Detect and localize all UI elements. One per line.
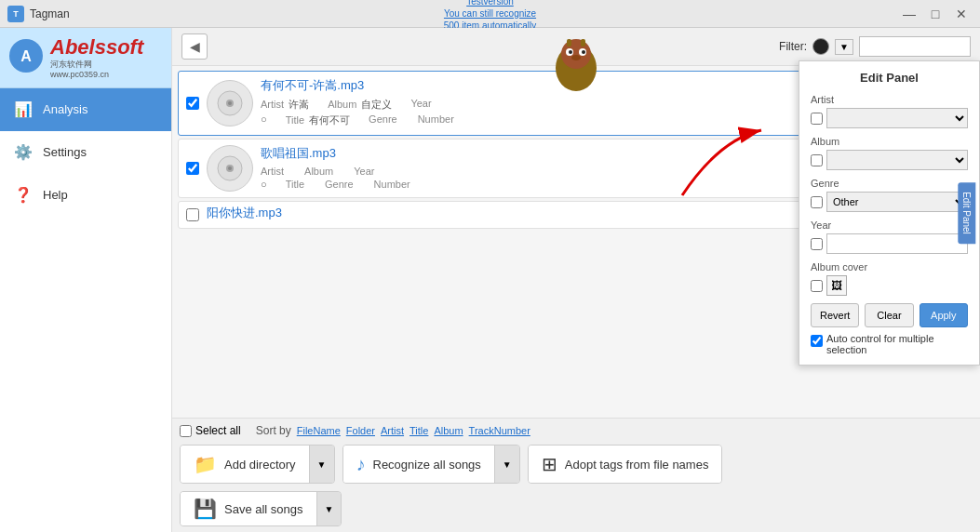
auto-control-checkbox[interactable]	[811, 335, 823, 347]
second-row: 💾 Save all songs ▼	[180, 491, 973, 526]
close-button[interactable]: ✕	[950, 5, 973, 23]
edit-album-select[interactable]	[826, 150, 968, 170]
song-checkbox-3[interactable]	[186, 208, 199, 221]
edit-album-cover-label: Album cover	[811, 261, 968, 273]
recognize-all-group: ♪ Recognize all songs ▼	[342, 445, 520, 484]
clear-button[interactable]: Clear	[865, 303, 913, 327]
save-icon: 💾	[194, 498, 217, 520]
title-label-1: Title 有何不可	[286, 113, 350, 127]
album-cover-icon[interactable]: 🖼	[826, 275, 847, 296]
sort-title[interactable]: Title	[409, 425, 428, 436]
back-button[interactable]: ◀	[181, 33, 208, 60]
analysis-icon: 📊	[13, 100, 34, 120]
song-filename-2: 歌唱祖国.mp3	[261, 145, 841, 162]
filter-label: Filter:	[779, 40, 807, 53]
logo-sub-line1: 河东软件网	[50, 60, 92, 69]
logo-brand: Abelssoft	[50, 35, 143, 60]
edit-year-checkbox[interactable]	[811, 238, 823, 250]
artist-label-1: Artist 许嵩	[261, 98, 309, 112]
filter-area: Filter: ▼	[779, 36, 971, 57]
add-directory-button[interactable]: 📁 Add directory	[181, 446, 309, 483]
edit-action-row: Revert Clear Apply	[811, 303, 968, 327]
edit-year-input[interactable]	[826, 233, 968, 254]
edit-artist-checkbox[interactable]	[811, 113, 823, 125]
adopt-tags-button[interactable]: ⊞ Adopt tags from file names	[529, 446, 722, 483]
sidebar-item-analysis[interactable]: 📊 Analysis	[0, 88, 171, 131]
apply-button[interactable]: Apply	[920, 303, 968, 327]
sort-tracknumber[interactable]: TrackNumber	[469, 425, 530, 436]
watermark-line1: Testversion	[466, 0, 514, 7]
number-label-1: Number	[418, 113, 456, 127]
watermark-line2: You can still recognize	[444, 8, 536, 19]
genre-label-1: Genre	[369, 113, 399, 127]
sort-album[interactable]: Album	[434, 425, 463, 436]
album-label-1: Album 自定义	[328, 98, 392, 112]
adopt-tags-label: Adopt tags from file names	[565, 458, 709, 472]
edit-panel-tab[interactable]: Edit Panel	[959, 182, 976, 244]
select-sort-row: Select all Sort by FileName Folder Artis…	[180, 424, 973, 437]
edit-album-cover-row: Album cover 🖼	[811, 261, 968, 296]
sort-folder[interactable]: Folder	[346, 425, 375, 436]
minimize-button[interactable]: —	[898, 5, 920, 23]
disc-icon-2	[216, 154, 244, 182]
help-icon: ❓	[13, 185, 34, 206]
filter-dropdown-button[interactable]: ▼	[835, 39, 853, 55]
logo-sub: 河东软件网 www.pc0359.cn	[50, 60, 143, 80]
watermark: Testversion You can still recognize 500 …	[444, 0, 537, 32]
revert-button[interactable]: Revert	[811, 303, 859, 327]
song-thumb-2	[207, 145, 253, 192]
adopt-tags-group: ⊞ Adopt tags from file names	[528, 445, 723, 484]
song-filename-1: 有何不可-许嵩.mp3	[261, 77, 841, 94]
select-all-checkbox[interactable]	[180, 425, 192, 437]
edit-artist-select[interactable]	[826, 108, 968, 128]
edit-artist-inner	[811, 108, 968, 128]
grid-icon: ⊞	[542, 453, 557, 475]
sort-filename[interactable]: FileName	[297, 425, 341, 436]
filter-circle-icon	[812, 38, 829, 55]
album-label-2: Album	[304, 166, 335, 177]
edit-year-row: Year	[811, 219, 968, 254]
svg-text:A: A	[20, 48, 32, 64]
edit-album-cover-inner: 🖼	[811, 275, 968, 296]
sort-artist[interactable]: Artist	[381, 425, 404, 436]
number-label-2: Number	[374, 179, 412, 190]
edit-album-cover-checkbox[interactable]	[811, 280, 823, 292]
recognize-all-dropdown[interactable]: ▼	[494, 446, 519, 483]
logo-sub-line2: www.pc0359.cn	[50, 70, 109, 79]
save-all-button[interactable]: 💾 Save all songs	[181, 492, 316, 525]
add-directory-label: Add directory	[224, 458, 296, 472]
recognize-all-button[interactable]: ♪ Recognize all songs	[343, 446, 494, 483]
app-icon: T	[7, 6, 24, 22]
edit-album-checkbox[interactable]	[811, 154, 823, 166]
app-title: Tagman	[30, 7, 70, 20]
sidebar: A Abelssoft 河东软件网 www.pc0359.cn 📊 Analys…	[0, 28, 172, 532]
sidebar-item-settings[interactable]: ⚙️ Settings	[0, 131, 171, 174]
song-meta-row-1b: ○ Title 有何不可 Genre Number	[261, 113, 841, 127]
edit-panel: Edit Panel Artist Album	[799, 60, 980, 366]
titlebar: T Tagman Testversion You can still recog…	[0, 0, 980, 28]
save-all-dropdown[interactable]: ▼	[316, 492, 342, 525]
sidebar-item-help[interactable]: ❓ Help	[0, 174, 171, 217]
logo-svg: A	[7, 37, 45, 74]
edit-genre-row: Genre Other	[811, 178, 968, 212]
add-directory-dropdown[interactable]: ▼	[309, 446, 334, 483]
radio-empty: ○	[261, 113, 267, 127]
auto-control-label: Auto control for multiple selection	[826, 333, 968, 355]
filter-search-input[interactable]	[859, 36, 971, 57]
maximize-button[interactable]: □	[924, 5, 946, 23]
edit-genre-select[interactable]: Other	[826, 192, 968, 212]
artist-label-2: Artist	[261, 166, 286, 177]
radio-empty-2: ○	[261, 179, 267, 190]
song-checkbox-2[interactable]	[186, 162, 199, 175]
edit-genre-checkbox[interactable]	[811, 196, 823, 208]
song-info-2: 歌唱祖国.mp3 Artist Album Year ○ Title Genre…	[261, 145, 841, 192]
song-checkbox-1[interactable]	[186, 97, 199, 110]
edit-artist-label: Artist	[811, 94, 968, 105]
select-all-label: Select all	[195, 424, 241, 437]
year-label-2: Year	[354, 166, 376, 177]
recognize-all-label: Recognize all songs	[373, 458, 481, 472]
bottom-controls: Select all Sort by FileName Folder Artis…	[172, 418, 980, 532]
edit-auto-control: Auto control for multiple selection	[811, 333, 968, 355]
music-icon: ♪	[356, 454, 366, 475]
sidebar-label-settings: Settings	[43, 145, 87, 159]
